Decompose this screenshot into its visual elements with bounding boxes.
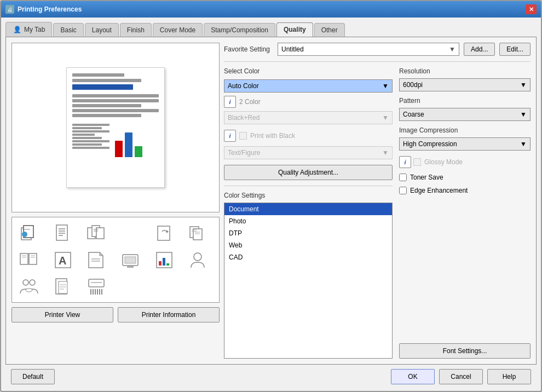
image-compression-combo[interactable]: High Compression ▼ [399, 137, 531, 151]
tab-layout[interactable]: Layout [85, 23, 119, 37]
image-compression-value: High Compression [403, 140, 457, 148]
rotate-doc-icon [154, 223, 174, 243]
tab-finish[interactable]: Finish [120, 23, 152, 37]
main-panel: A [5, 37, 537, 365]
tab-quality[interactable]: Quality [276, 22, 313, 37]
icon-doc-fold[interactable] [83, 247, 110, 272]
svg-point-43 [30, 280, 35, 285]
favorite-combo[interactable]: Untitled ▼ [278, 43, 459, 56]
people-group-icon [19, 277, 39, 297]
resolution-value: 600dpi [403, 81, 423, 89]
tab-mytab[interactable]: 👤 My Tab [5, 22, 52, 37]
tab-other[interactable]: Other [314, 23, 345, 37]
edge-enhancement-checkbox[interactable] [399, 187, 407, 194]
icon-copy-multi[interactable] [15, 247, 43, 272]
icon-people-group[interactable] [15, 274, 43, 299]
color-item-photo[interactable]: Photo [224, 215, 392, 227]
select-color-combo[interactable]: Auto Color ▼ [224, 79, 393, 93]
p-line-m [72, 147, 109, 149]
print-thumb-icon [120, 250, 140, 270]
svg-rect-39 [163, 258, 165, 266]
doc-stack-icon [188, 223, 207, 243]
p-line-e [72, 114, 141, 117]
preview-area [11, 43, 220, 212]
toner-save-label: Toner Save [410, 174, 443, 181]
image-compression-label: Image Compression [399, 126, 531, 134]
doc-fold-icon [87, 250, 106, 270]
p-line-d [72, 109, 159, 112]
p-line-c [72, 104, 141, 107]
add-button[interactable]: Add... [464, 43, 495, 56]
icon-chart-bars[interactable] [151, 247, 178, 272]
resolution-label: Resolution [399, 67, 531, 75]
icon-document-lines[interactable] [49, 221, 77, 245]
color-item-document[interactable]: Document [224, 203, 392, 215]
glossy-label: Glossy Mode [424, 158, 463, 166]
icon-doc-lines2[interactable] [49, 274, 77, 299]
color-item-web[interactable]: Web [224, 239, 392, 251]
text-figure-arrow: ▼ [382, 149, 389, 157]
pattern-combo[interactable]: Coarse ▼ [399, 108, 531, 121]
tab-covermode[interactable]: Cover Mode [153, 23, 203, 37]
tab-basic[interactable]: Basic [53, 23, 83, 37]
print-black-info-btn[interactable]: i [224, 130, 236, 142]
chart-bars-icon [154, 250, 174, 270]
cancel-button[interactable]: Cancel [439, 369, 483, 384]
text-figure-combo: Text/Figure ▼ [224, 146, 393, 159]
shredder-icon [87, 277, 106, 297]
title-bar: 🖨 Printing Preferences ✕ [1, 1, 541, 18]
default-button[interactable]: Default [11, 369, 55, 384]
svg-rect-36 [127, 266, 134, 268]
copy-multi-icon [19, 250, 39, 270]
glossy-info-row: i Glossy Mode [399, 156, 531, 168]
app-icon: 🖨 [5, 5, 14, 14]
color-settings-label: Color Settings [224, 192, 393, 199]
separator-1 [224, 61, 531, 62]
ok-button[interactable]: OK [391, 369, 435, 384]
select-color-value: Auto Color [228, 82, 259, 90]
svg-point-44 [26, 289, 32, 292]
color-item-dtp[interactable]: DTP [224, 227, 392, 239]
close-button[interactable]: ✕ [526, 4, 537, 14]
pattern-arrow: ▼ [520, 111, 527, 118]
icon-text-a[interactable]: A [49, 247, 77, 272]
help-button[interactable]: Help [487, 369, 531, 384]
p-line-b [72, 99, 159, 102]
p-line-f [72, 124, 109, 126]
icon-multi-doc[interactable] [83, 221, 110, 245]
resolution-combo[interactable]: 600dpi ▼ [399, 78, 531, 91]
separator-2 [224, 186, 393, 186]
quality-adjustment-button[interactable]: Quality Adjustment... [224, 165, 393, 180]
icon-grid: A [11, 217, 220, 303]
edit-button[interactable]: Edit... [499, 43, 531, 56]
preview-lines-group [72, 94, 159, 117]
preview-line-1 [72, 73, 124, 77]
doc-lines2-icon [53, 277, 73, 297]
icon-shredder[interactable] [83, 274, 110, 299]
tab-stampcomposition[interactable]: Stamp/Composition [204, 23, 275, 37]
bottom-right-buttons: OK Cancel Help [391, 369, 531, 384]
preview-line-2 [72, 79, 141, 82]
title-bar-left: 🖨 Printing Preferences [5, 5, 82, 14]
font-settings-button[interactable]: Font Settings... [399, 343, 531, 359]
tab-bar: 👤 My Tab Basic Layout Finish Cover Mode … [5, 22, 537, 37]
multi-doc-icon [87, 223, 106, 243]
preview-line-blue [72, 84, 133, 90]
svg-point-2 [22, 232, 27, 237]
edge-row: Edge Enhancement [399, 187, 531, 194]
icon-rotate-doc[interactable] [151, 221, 178, 245]
glossy-info-btn[interactable]: i [399, 156, 411, 168]
icon-print-copy[interactable] [15, 221, 43, 245]
preview-chart [115, 127, 159, 157]
icon-doc-stack[interactable] [184, 221, 211, 245]
color-item-cad[interactable]: CAD [224, 251, 392, 263]
printer-info-button[interactable]: Printer Information [118, 307, 220, 322]
icon-print-thumb[interactable] [117, 247, 144, 272]
icon-person[interactable] [184, 247, 211, 272]
printer-view-button[interactable]: Printer View [11, 307, 113, 322]
two-color-label: 2 Color [239, 98, 261, 106]
chart-bar-green [135, 146, 142, 157]
favorite-row: Favorite Setting Untitled ▼ Add... Edit.… [224, 43, 531, 56]
toner-save-checkbox[interactable] [399, 174, 407, 181]
two-color-info-btn[interactable]: i [224, 96, 236, 108]
